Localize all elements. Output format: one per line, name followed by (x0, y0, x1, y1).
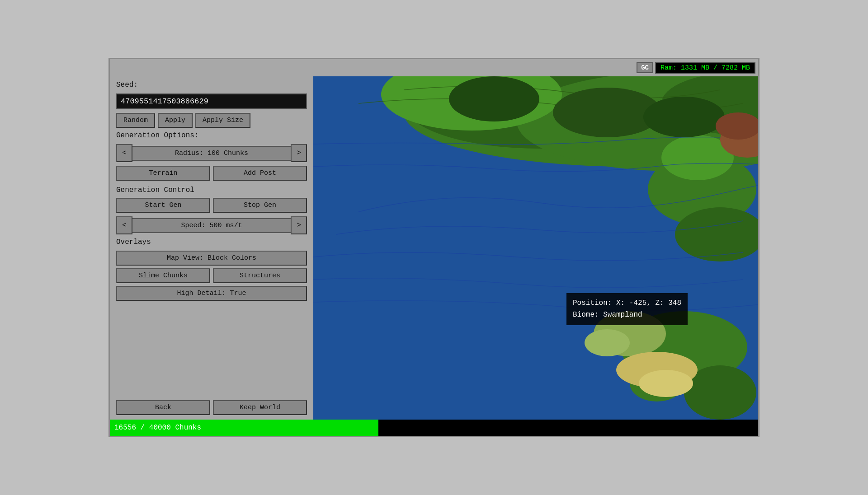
speed-row: < Speed: 500 ms/t > (116, 216, 307, 234)
overlay-row: Slime Chunks Structures (116, 268, 307, 283)
overlays-label: Overlays (116, 238, 307, 246)
progress-text: 16556 / 40000 Chunks (110, 420, 758, 436)
radius-next-button[interactable]: > (291, 144, 307, 162)
gen-control-buttons-row: Start Gen Stop Gen (116, 198, 307, 213)
radius-row: < Radius: 100 Chunks > (116, 144, 307, 162)
gc-button[interactable]: GC (637, 62, 653, 73)
structures-button[interactable]: Structures (213, 268, 307, 283)
map-area[interactable]: Position: X: -425, Z: 348 Biome: Swampla… (313, 76, 758, 420)
stop-gen-button[interactable]: Stop Gen (213, 198, 307, 213)
map-svg (313, 76, 758, 420)
back-button[interactable]: Back (116, 400, 210, 415)
bottom-buttons-row: Back Keep World (116, 396, 307, 415)
high-detail-button[interactable]: High Detail: True (116, 286, 307, 301)
random-button[interactable]: Random (116, 113, 155, 128)
apply-size-button[interactable]: Apply Size (195, 113, 250, 128)
speed-display: Speed: 500 ms/t (132, 218, 291, 233)
generation-options-label: Generation Options: (116, 131, 307, 140)
generation-control-label: Generation Control (116, 186, 307, 194)
svg-point-17 (449, 76, 539, 121)
speed-prev-button[interactable]: < (116, 216, 132, 234)
radius-prev-button[interactable]: < (116, 144, 132, 162)
top-bar: GC Ram: 1331 MB / 7282 MB (110, 59, 758, 76)
seed-label: Seed: (116, 81, 307, 89)
progress-bar-container: 16556 / 40000 Chunks (110, 420, 758, 436)
seed-buttons-row: Random Apply Apply Size (116, 113, 307, 128)
radius-display: Radius: 100 Chunks (132, 146, 291, 161)
svg-point-16 (639, 370, 693, 397)
left-panel: Seed: Random Apply Apply Size Generation… (110, 76, 313, 420)
apply-button[interactable]: Apply (158, 113, 193, 128)
start-gen-button[interactable]: Start Gen (116, 198, 210, 213)
terrain-buttons-row: Terrain Add Post (116, 166, 307, 181)
overlays-section: Map View: Block Colors Slime Chunks Stru… (116, 251, 307, 301)
slime-chunks-button[interactable]: Slime Chunks (116, 268, 210, 283)
seed-input[interactable] (116, 93, 307, 109)
main-content: Seed: Random Apply Apply Size Generation… (110, 76, 758, 420)
ram-display: Ram: 1331 MB / 7282 MB (655, 62, 755, 74)
svg-point-14 (585, 329, 630, 356)
terrain-button[interactable]: Terrain (116, 166, 210, 181)
app-window: GC Ram: 1331 MB / 7282 MB Seed: Random A… (108, 58, 760, 437)
svg-point-19 (643, 97, 725, 137)
add-post-button[interactable]: Add Post (213, 166, 307, 181)
speed-next-button[interactable]: > (291, 216, 307, 234)
keep-world-button[interactable]: Keep World (213, 400, 307, 415)
map-view-button[interactable]: Map View: Block Colors (116, 251, 307, 266)
